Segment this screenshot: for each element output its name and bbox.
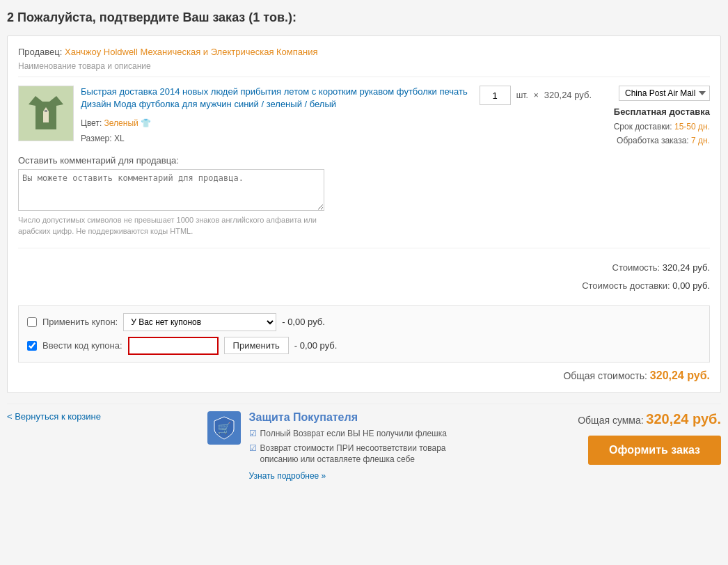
product-attrs: Цвет: Зеленый 👕 Размер: XL xyxy=(81,116,473,146)
unit-price: 320,24 руб. xyxy=(544,86,592,105)
coupon-code-input[interactable] xyxy=(128,337,219,355)
back-to-cart-link[interactable]: < Вернуться к корзине xyxy=(7,411,101,422)
coupon-code-row: Ввести код купона: Применить - 0,00 руб. xyxy=(27,337,701,355)
delivery-time-label: Срок доставки: xyxy=(614,122,672,132)
divider xyxy=(18,248,710,248)
subtotal-label: Стоимость: xyxy=(612,262,660,273)
seller-name: Ханчжоу Holdwell Механическая и Электрич… xyxy=(65,47,318,57)
shield-icon: 🛒 xyxy=(207,411,241,445)
char-limit-text: Число допустимых символов не превышает 1… xyxy=(18,214,324,237)
shipping-block: China Post Air Mail Бесплатная доставка … xyxy=(599,86,710,148)
free-shipping-label: Бесплатная доставка xyxy=(599,106,710,117)
processing-value: 7 дн. xyxy=(691,136,710,145)
bottom-section: < Вернуться к корзине 🛒 Защита Покупател… xyxy=(7,404,721,481)
unit-label: шт. xyxy=(516,86,528,105)
order-total-label: Общая сумма: xyxy=(578,415,643,426)
protection-content: Защита Покупателя ☑ Полный Возврат если … xyxy=(249,411,472,481)
product-image xyxy=(18,86,74,141)
svg-rect-2 xyxy=(43,111,49,122)
seller-label: Продавец: xyxy=(18,47,62,57)
cost-summary: Стоимость: 320,24 руб. Стоимость доставк… xyxy=(18,259,710,295)
subtotal-value: 320,24 руб. xyxy=(663,262,710,273)
check-icon-1: ☑ xyxy=(249,428,257,440)
protection-title: Защита Покупателя xyxy=(249,411,472,424)
size-label: Размер: xyxy=(81,134,112,143)
multiply-sign: × xyxy=(534,86,539,105)
order-total-value: 320,24 руб. xyxy=(646,411,721,427)
code-discount: - 0,00 руб. xyxy=(294,340,338,351)
total-row: Общая стоимость: 320,24 руб. xyxy=(18,369,710,382)
check-icon-2: ☑ xyxy=(249,443,257,454)
processing-label: Обработка заказа: xyxy=(617,136,689,145)
protection-item-1: ☑ Полный Возврат если ВЫ НЕ получили фле… xyxy=(249,428,472,440)
delivery-info: Срок доставки: 15-50 дн. Обработка заказ… xyxy=(599,120,710,148)
apply-coupon-label: Применить купон: xyxy=(42,317,118,327)
subtotal-line: Стоимость: 320,24 руб. xyxy=(18,259,710,277)
coupon-select[interactable]: У Вас нет купонов xyxy=(123,313,276,331)
apply-coupon-checkbox[interactable] xyxy=(27,317,37,327)
coupon-dropdown-discount: - 0,00 руб. xyxy=(282,317,325,327)
back-link-text: < Вернуться к корзине xyxy=(7,411,101,422)
product-row: Быстрая доставка 2014 новых людей прибыт… xyxy=(18,86,710,148)
color-label: Цвет: xyxy=(81,118,102,128)
shipping-cost-value: 0,00 руб. xyxy=(672,280,710,291)
learn-more-link[interactable]: Узнать подробнее » xyxy=(249,471,326,481)
order-total-section: Общая сумма: 320,24 руб. Оформить заказ xyxy=(578,411,721,465)
size-value: XL xyxy=(114,134,125,143)
comment-textarea[interactable] xyxy=(18,169,324,211)
product-details: Быстрая доставка 2014 новых людей прибыт… xyxy=(81,86,473,147)
total-label: Общая стоимость: xyxy=(563,370,647,381)
shipping-method-select[interactable]: China Post Air Mail xyxy=(619,86,710,101)
shipping-dropdown: China Post Air Mail xyxy=(599,86,710,101)
product-title: Быстрая доставка 2014 новых людей прибыт… xyxy=(81,86,473,111)
shipping-cost-line: Стоимость доставки: 0,00 руб. xyxy=(18,277,710,295)
seller-line: Продавец: Ханчжоу Holdwell Механическая … xyxy=(18,47,710,57)
order-total-line: Общая сумма: 320,24 руб. xyxy=(578,411,721,427)
buyer-protection: 🛒 Защита Покупателя ☑ Полный Возврат есл… xyxy=(207,411,472,481)
enter-code-checkbox[interactable] xyxy=(27,341,37,351)
comment-section: Оставить комментарий для продавца: Число… xyxy=(18,155,710,237)
enter-code-label: Ввести код купона: xyxy=(42,340,122,351)
order-card: Продавец: Ханчжоу Holdwell Механическая … xyxy=(7,35,721,393)
quantity-input[interactable] xyxy=(480,86,511,105)
apply-coupon-button[interactable]: Применить xyxy=(224,337,289,354)
shipping-cost-label: Стоимость доставки: xyxy=(582,280,670,291)
svg-rect-4 xyxy=(45,110,47,112)
svg-text:🛒: 🛒 xyxy=(217,422,231,435)
coupon-section: Применить купон: У Вас нет купонов - 0,0… xyxy=(18,305,710,363)
checkout-button[interactable]: Оформить заказ xyxy=(588,436,721,465)
product-header: Наименование товара и описание xyxy=(18,61,710,77)
total-value: 320,24 руб. xyxy=(650,369,710,381)
coupon-dropdown-row: Применить купон: У Вас нет купонов - 0,0… xyxy=(27,313,701,331)
shirt-icon: 👕 xyxy=(141,118,151,128)
comment-label: Оставить комментарий для продавца: xyxy=(18,155,710,166)
delivery-time-value: 15-50 дн. xyxy=(674,122,710,132)
color-value: Зеленый xyxy=(104,118,139,128)
protection-item-2: ☑ Возврат стоимости ПРИ несоответствии т… xyxy=(249,443,472,466)
product-controls: шт. × 320,24 руб. xyxy=(480,86,592,105)
page-title: 2 Пожалуйста, подтвердите Ваш заказ (1 т… xyxy=(7,7,721,29)
